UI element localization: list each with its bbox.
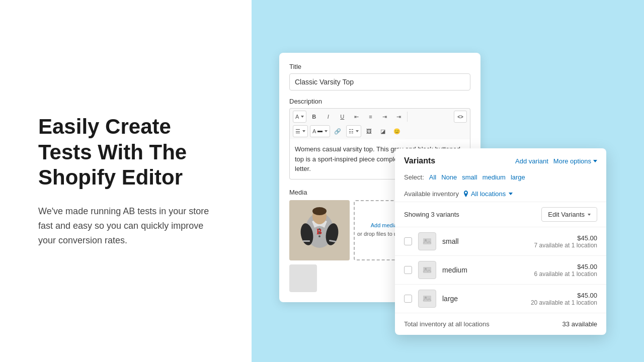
align-center-button[interactable]: ≡ — [364, 111, 377, 123]
align-right-button[interactable]: ⇥ — [378, 111, 391, 123]
locations-chevron — [509, 193, 513, 195]
edit-variants-chevron — [588, 214, 591, 216]
svg-point-10 — [318, 235, 320, 237]
variant-row: medium $45.00 6 available at 1 location — [395, 256, 606, 285]
variants-actions: Add variant More options — [515, 157, 597, 165]
select-none-link[interactable]: None — [441, 173, 457, 181]
code-button[interactable]: <> — [454, 111, 467, 123]
svg-point-8 — [318, 228, 320, 230]
select-label: Select: — [404, 173, 424, 181]
variant-stock-large: 20 available at 1 location — [531, 299, 597, 306]
variant-price-medium: $45.00 — [534, 263, 597, 270]
showing-text: Showing 3 variants — [404, 211, 459, 218]
variant-name-small: small — [442, 237, 528, 245]
upload-link[interactable]: Add media — [371, 222, 397, 228]
variant-price-info-medium: $45.00 6 available at 1 location — [534, 263, 597, 278]
format-dropdown[interactable]: ☰ — [293, 125, 308, 137]
italic-button[interactable]: I — [321, 111, 335, 123]
variant-image-medium — [418, 261, 436, 279]
variant-checkbox-medium[interactable] — [404, 266, 412, 274]
svg-rect-17 — [423, 267, 431, 273]
variants-title: Variants — [404, 156, 435, 165]
heading: Easily Create Tests With The Shopify Edi… — [38, 114, 221, 190]
underline-button[interactable]: U — [336, 111, 349, 123]
svg-rect-20 — [423, 296, 431, 302]
variants-card: Variants Add variant More options Select… — [395, 148, 606, 335]
available-inventory-label: Available inventory — [404, 190, 459, 198]
variant-price-info-large: $45.00 20 available at 1 location — [531, 292, 597, 306]
variant-row: small $45.00 7 available at 1 location — [395, 227, 606, 256]
variant-row: large $45.00 20 available at 1 location — [395, 285, 606, 313]
variant-image-large — [418, 290, 436, 308]
svg-point-9 — [318, 232, 320, 234]
select-large-link[interactable]: large — [511, 173, 525, 181]
select-small-link[interactable]: small — [462, 173, 477, 181]
svg-rect-14 — [423, 238, 431, 244]
toolbar-separator — [407, 112, 408, 122]
emoji-button[interactable]: 😐 — [390, 125, 404, 137]
all-locations-button[interactable]: All locations — [463, 190, 513, 198]
toolbar: A B I U ⇤ ≡ ⇥ ⇥ <> ☰ A 🔗 — [289, 108, 470, 139]
align-left-button[interactable]: ⇤ — [350, 111, 363, 123]
title-label: Title — [289, 63, 470, 70]
select-medium-link[interactable]: medium — [482, 173, 506, 181]
variant-name-medium: medium — [442, 266, 528, 274]
variants-footer: Total inventory at all locations 33 avai… — [395, 313, 606, 335]
media-image: B — [289, 200, 350, 260]
variant-price-info-small: $45.00 7 available at 1 location — [534, 234, 597, 249]
left-panel: Easily Create Tests With The Shopify Edi… — [0, 0, 252, 362]
location-pin-icon — [463, 191, 469, 198]
variant-price-large: $45.00 — [531, 292, 597, 299]
title-input[interactable] — [289, 73, 470, 90]
variant-price-small: $45.00 — [534, 234, 597, 242]
media-button[interactable]: ◪ — [376, 125, 389, 137]
more-options-chevron — [593, 160, 597, 162]
svg-point-12 — [312, 207, 327, 215]
paragraph-dropdown[interactable]: A — [293, 111, 306, 123]
edit-variants-button[interactable]: Edit Variants — [541, 207, 597, 222]
body-text: We've made running AB tests in your stor… — [38, 204, 221, 247]
product-image: B — [289, 200, 350, 260]
image-placeholder-icon — [422, 294, 432, 304]
variant-checkbox-large[interactable] — [404, 295, 412, 303]
indent-button[interactable]: ⇥ — [392, 111, 405, 123]
image-placeholder-icon — [422, 236, 432, 246]
image-placeholder-icon — [422, 265, 432, 275]
table-dropdown[interactable]: ☷ — [346, 125, 361, 137]
variant-image-small — [418, 232, 436, 250]
variant-stock-medium: 6 available at 1 location — [534, 270, 597, 278]
right-panel: Title Description A B I U ⇤ ≡ ⇥ ⇥ <> ☰ — [252, 0, 644, 362]
variant-stock-small: 7 available at 1 location — [534, 242, 597, 249]
variant-checkbox-small[interactable] — [404, 237, 412, 245]
inventory-row: Available inventory All locations — [395, 186, 606, 202]
total-available-value: 33 available — [562, 320, 597, 328]
desc-label: Description — [289, 98, 470, 105]
variants-header: Variants Add variant More options — [395, 148, 606, 165]
bold-button[interactable]: B — [307, 111, 320, 123]
link-button[interactable]: 🔗 — [331, 125, 344, 137]
select-row: Select: All None small medium large — [395, 170, 606, 186]
total-inventory-label: Total inventory at all locations — [404, 320, 490, 328]
more-options-link[interactable]: More options — [553, 157, 597, 165]
color-dropdown[interactable]: A — [310, 125, 330, 137]
media-thumb — [289, 264, 317, 292]
image-button[interactable]: 🖼 — [362, 125, 375, 137]
select-all-link[interactable]: All — [429, 173, 436, 181]
add-variant-link[interactable]: Add variant — [515, 157, 548, 165]
variant-rows: small $45.00 7 available at 1 location m… — [395, 227, 606, 313]
showing-row: Showing 3 variants Edit Variants — [395, 202, 606, 227]
svg-rect-5 — [303, 240, 310, 242]
variant-name-large: large — [442, 295, 525, 303]
